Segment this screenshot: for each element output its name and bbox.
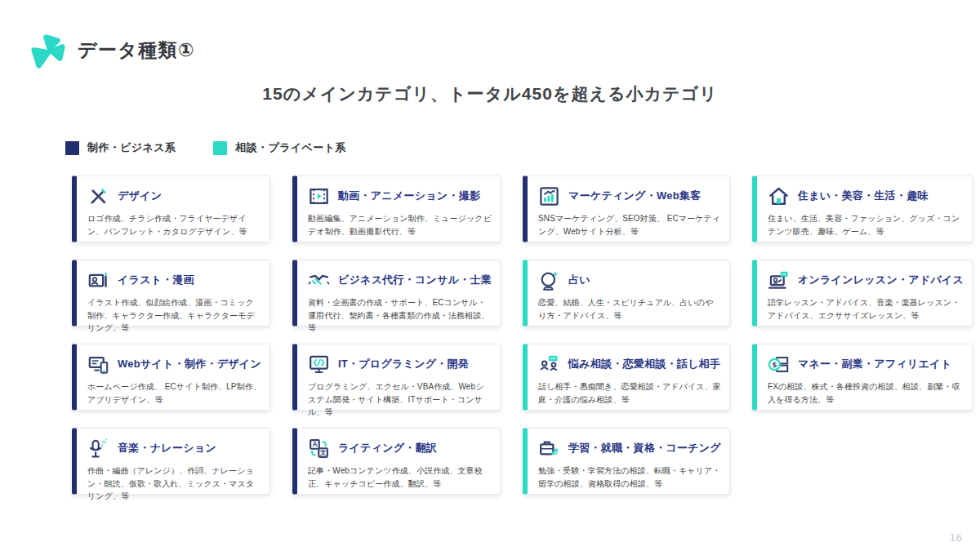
category-card-private: 学習・就職・資格・コーチング 勉強・受験・学習方法の相談、転職・キャリア・留学の… bbox=[523, 428, 730, 495]
category-card-business: Webサイト・制作・デザイン ホームページ作成、 ECサイト制作、LP制作、アプ… bbox=[72, 344, 270, 411]
category-description: 記事・Webコンテンツ作成、小説作成、文章校正、キャッチコピー作成、翻訳、等 bbox=[308, 464, 492, 490]
category-title: 学習・就職・資格・コーチング bbox=[568, 441, 721, 455]
category-grid: デザイン ロゴ作成、チラシ作成・フライヤーデザイン、パンフレット・カタログデザイ… bbox=[72, 176, 921, 495]
category-card-private: 占い 恋愛、結婚、人生・スピリチュアル、占いのやり方・アドバイス、等 bbox=[523, 260, 730, 327]
category-card-private: オンラインレッスン・アドバイス 語学レッスン・アドバイス、音楽・楽器レッスン・ア… bbox=[752, 260, 973, 327]
category-title: イラスト・漫画 bbox=[118, 273, 194, 287]
category-title: Webサイト・制作・デザイン bbox=[118, 357, 261, 371]
category-title: 悩み相談・恋愛相談・話し相手 bbox=[568, 357, 720, 371]
category-card-header: オンラインレッスン・アドバイス bbox=[768, 268, 964, 292]
slide: データ種類① 15のメインカテゴリ、トータル450を超える小カテゴリ 制作・ビジ… bbox=[0, 0, 980, 551]
category-card-header: イラスト・漫画 bbox=[87, 268, 261, 292]
category-description: ロゴ作成、チラシ作成・フライヤーデザイン、パンフレット・カタログデザイン、等 bbox=[87, 212, 261, 238]
home-icon bbox=[768, 185, 790, 207]
category-card-header: ♪♪ 音楽・ナレーション bbox=[87, 436, 261, 460]
learning-career-icon bbox=[538, 438, 560, 460]
category-card-header: 学習・就職・資格・コーチング bbox=[538, 436, 721, 460]
category-card-header: 動画・アニメーション・撮影 bbox=[308, 184, 492, 208]
header: データ種類① bbox=[29, 31, 195, 69]
category-title: オンラインレッスン・アドバイス bbox=[798, 273, 964, 287]
legend-label-private: 相談・プライベート系 bbox=[235, 140, 345, 155]
music-mic-icon: ♪♪ bbox=[87, 438, 109, 460]
category-card-header: デザイン bbox=[87, 184, 261, 208]
category-title: 住まい・美容・生活・趣味 bbox=[798, 189, 929, 203]
counseling-icon bbox=[538, 353, 560, 375]
category-card-private: $ マネー・副業・アフィリエイト FXの相談、株式・各種投資の相談、相談、副業・… bbox=[752, 344, 973, 411]
translation-icon: A文 bbox=[308, 438, 330, 460]
category-card-business: A文 ライティング・翻訳 記事・Webコンテンツ作成、小説作成、文章校正、キャッ… bbox=[292, 428, 501, 495]
online-lesson-icon bbox=[768, 269, 790, 291]
page-title: データ種類① bbox=[78, 38, 195, 63]
legend: 制作・ビジネス系 相談・プライベート系 bbox=[65, 140, 346, 155]
video-icon bbox=[308, 185, 330, 207]
category-card-header: IT・プログラミング・開発 bbox=[308, 352, 492, 376]
marketing-chart-icon bbox=[538, 185, 560, 207]
category-title: マーケティング・Web集客 bbox=[568, 189, 701, 203]
svg-text:$: $ bbox=[773, 359, 777, 368]
category-description: 勉強・受験・学習方法の相談、転職・キャリア・留学の相談、資格取得の相談、等 bbox=[538, 464, 721, 490]
money-icon: $ bbox=[768, 353, 790, 375]
category-title: ビジネス代行・コンサル・士業 bbox=[338, 273, 492, 287]
category-title: デザイン bbox=[118, 189, 162, 203]
legend-swatch-business-icon bbox=[65, 141, 79, 155]
category-description: 恋愛、結婚、人生・スピリチュアル、占いのやり方・アドバイス、等 bbox=[538, 296, 721, 322]
brand-logo-icon bbox=[29, 31, 68, 69]
category-card-business: ビジネス代行・コンサル・士業 資料・企画書の作成・サポート、ECコンサル・運用代… bbox=[292, 260, 501, 327]
category-card-header: $ マネー・副業・アフィリエイト bbox=[768, 352, 964, 376]
category-description: 動画編集、アニメーション制作、ミュージックビデオ制作、動画撮影代行、等 bbox=[308, 212, 492, 238]
svg-text:A: A bbox=[312, 440, 317, 448]
handshake-icon bbox=[308, 269, 330, 291]
category-description: ホームページ作成、 ECサイト制作、LP制作、アプリデザイン、等 bbox=[87, 380, 261, 406]
category-card-business: 動画・アニメーション・撮影 動画編集、アニメーション制作、ミュージックビデオ制作… bbox=[292, 176, 501, 242]
legend-item-business: 制作・ビジネス系 bbox=[65, 140, 176, 155]
category-card-business: イラスト・漫画 イラスト作成、似顔絵作成、漫画・コミック制作、キャラクター作成、… bbox=[72, 260, 270, 327]
category-card-header: マーケティング・Web集客 bbox=[538, 184, 721, 208]
category-title: 動画・アニメーション・撮影 bbox=[338, 189, 480, 203]
category-title: 音楽・ナレーション bbox=[118, 441, 216, 455]
category-card-private: 住まい・美容・生活・趣味 住まい、生活、美容・ファッション、グッズ・コンテンツ販… bbox=[752, 176, 973, 242]
category-card-header: 占い bbox=[538, 268, 721, 292]
legend-swatch-private-icon bbox=[213, 141, 227, 155]
category-card-business: ♪♪ 音楽・ナレーション 作曲・編曲（アレンジ）、作詞、ナレーション・朗読、仮歌… bbox=[72, 428, 270, 495]
category-card-private: 悩み相談・恋愛相談・話し相手 話し相手・愚痴聞き、恋愛相談・アドバイス、家庭・介… bbox=[523, 344, 730, 411]
category-card-header: Webサイト・制作・デザイン bbox=[87, 352, 261, 376]
category-title: 占い bbox=[568, 273, 590, 287]
category-description: イラスト作成、似顔絵作成、漫画・コミック制作、キャラクター作成、キャラクターモデ… bbox=[87, 296, 261, 335]
slide-subtitle: 15のメインカテゴリ、トータル450を超える小カテゴリ bbox=[0, 82, 980, 105]
legend-label-business: 制作・ビジネス系 bbox=[87, 140, 176, 155]
website-icon bbox=[87, 353, 109, 375]
category-description: 語学レッスン・アドバイス、音楽・楽器レッスン・アドバイス、エクササイズレッスン、… bbox=[768, 296, 964, 322]
category-card-header: ビジネス代行・コンサル・士業 bbox=[308, 268, 492, 292]
programming-icon bbox=[308, 353, 330, 375]
category-description: 住まい、生活、美容・ファッション、グッズ・コンテンツ販売、趣味、ゲーム、等 bbox=[768, 212, 964, 238]
legend-item-private: 相談・プライベート系 bbox=[213, 140, 345, 155]
category-card-business: IT・プログラミング・開発 プログラミング、エクセル・VBA作成、Webシステム… bbox=[292, 344, 501, 411]
svg-text:♪: ♪ bbox=[104, 438, 108, 445]
category-title: IT・プログラミング・開発 bbox=[338, 357, 469, 371]
category-description: SNSマーケティング、SEO対策、 ECマーケティング、Webサイト分析、等 bbox=[538, 212, 721, 238]
category-description: 資料・企画書の作成・サポート、ECコンサル・運用代行、契約書・各種書類の作成・法… bbox=[308, 296, 492, 335]
illustration-icon bbox=[87, 269, 109, 291]
category-card-business: マーケティング・Web集客 SNSマーケティング、SEO対策、 ECマーケティン… bbox=[523, 176, 730, 242]
category-card-header: 悩み相談・恋愛相談・話し相手 bbox=[538, 352, 721, 376]
category-description: 話し相手・愚痴聞き、恋愛相談・アドバイス、家庭・介護の悩み相談、等 bbox=[538, 380, 721, 406]
category-card-business: デザイン ロゴ作成、チラシ作成・フライヤーデザイン、パンフレット・カタログデザイ… bbox=[72, 176, 270, 242]
svg-text:文: 文 bbox=[319, 449, 327, 456]
design-icon bbox=[87, 185, 109, 207]
page-number: 16 bbox=[949, 531, 962, 544]
category-title: ライティング・翻訳 bbox=[338, 441, 437, 455]
category-card-header: 住まい・美容・生活・趣味 bbox=[768, 184, 964, 208]
category-card-header: A文 ライティング・翻訳 bbox=[308, 436, 492, 460]
crystal-ball-icon bbox=[538, 269, 560, 291]
category-description: 作曲・編曲（アレンジ）、作詞、ナレーション・朗読、仮歌・歌入れ、ミックス・マスタ… bbox=[87, 464, 261, 503]
category-title: マネー・副業・アフィリエイト bbox=[798, 357, 951, 371]
category-description: FXの相談、株式・各種投資の相談、相談、副業・収入を得る方法、等 bbox=[768, 380, 964, 406]
category-description: プログラミング、エクセル・VBA作成、Webシステム開発・サイト構築、ITサポー… bbox=[308, 380, 492, 419]
